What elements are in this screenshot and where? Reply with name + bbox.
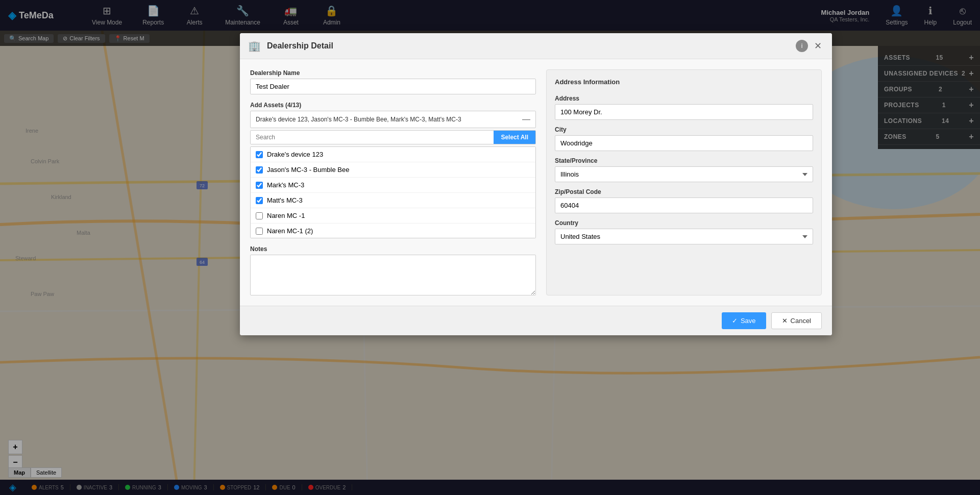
asset-label-naren2: Naren MC-1 (2)	[267, 227, 313, 235]
save-button[interactable]: ✓ Save	[722, 312, 766, 329]
notes-group: Notes	[250, 245, 536, 295]
asset-checkbox-drakes[interactable]	[256, 151, 263, 158]
asset-item-jasons[interactable]: Jason's MC-3 - Bumble Bee	[251, 162, 535, 178]
modal-header: 🏢 Dealership Detail i ✕	[240, 33, 832, 59]
city-label: City	[555, 126, 813, 133]
dealership-name-input[interactable]	[250, 79, 536, 94]
address-group: Address	[555, 95, 813, 120]
add-assets-group: Add Assets (4/13) Drake's device 123, Ja…	[250, 102, 536, 238]
asset-checkbox-matts[interactable]	[256, 197, 263, 204]
asset-item-matts[interactable]: Matt's MC-3	[251, 193, 535, 208]
asset-item-naren1[interactable]: Naren MC -1	[251, 208, 535, 224]
cancel-x-icon: ✕	[782, 317, 788, 325]
modal-body: Dealership Name Add Assets (4/13) Drake'…	[240, 59, 832, 306]
modal-right-column: Address Information Address City State/P…	[546, 69, 822, 295]
zip-group: Zip/Postal Code	[555, 188, 813, 213]
city-group: City	[555, 126, 813, 151]
save-label: Save	[741, 317, 756, 325]
asset-selected-text: Drake's device 123, Jason's MC-3 - Bumbl…	[256, 116, 522, 123]
country-group: Country United States Canada Mexico	[555, 219, 813, 244]
modal-header-icon: 🏢	[248, 40, 261, 52]
dealership-detail-modal: 🏢 Dealership Detail i ✕ Dealership Name …	[92, 28, 980, 495]
asset-checkbox-jasons[interactable]	[256, 166, 263, 174]
asset-item-naren2[interactable]: Naren MC-1 (2)	[251, 224, 535, 238]
address-input[interactable]	[555, 104, 813, 120]
dealership-name-group: Dealership Name	[250, 69, 536, 94]
asset-item-drakes[interactable]: Drake's device 123	[251, 147, 535, 162]
asset-label-marks: Mark's MC-3	[267, 181, 304, 189]
cancel-label: Cancel	[791, 317, 811, 325]
cancel-button[interactable]: ✕ Cancel	[771, 312, 822, 329]
notes-textarea[interactable]	[250, 255, 536, 295]
address-fields: Address City State/Province Illinois Wis…	[555, 95, 813, 244]
asset-label-drakes: Drake's device 123	[267, 151, 323, 158]
asset-checkbox-naren1[interactable]	[256, 212, 263, 219]
modal-title: Dealership Detail	[267, 41, 790, 51]
asset-selected-bar: Drake's device 123, Jason's MC-3 - Bumbl…	[250, 111, 536, 128]
city-input[interactable]	[555, 135, 813, 151]
country-label: Country	[555, 219, 813, 227]
asset-label-matts: Matt's MC-3	[267, 196, 303, 204]
address-label: Address	[555, 95, 813, 102]
asset-checkbox-marks[interactable]	[256, 182, 263, 189]
asset-item-marks[interactable]: Mark's MC-3	[251, 178, 535, 193]
save-checkmark-icon: ✓	[732, 317, 738, 325]
modal-footer: ✓ Save ✕ Cancel	[240, 306, 832, 335]
notes-label: Notes	[250, 245, 536, 253]
country-select[interactable]: United States Canada Mexico	[555, 229, 813, 244]
asset-checkbox-naren2[interactable]	[256, 228, 263, 235]
asset-search-row: Select All	[250, 130, 536, 144]
state-label: State/Province	[555, 157, 813, 164]
select-all-button[interactable]: Select All	[494, 131, 535, 144]
asset-search-input[interactable]	[251, 131, 494, 144]
modal-close-button[interactable]: ✕	[812, 39, 824, 53]
zip-input[interactable]	[555, 197, 813, 213]
asset-collapse-icon[interactable]: —	[522, 115, 530, 124]
modal-container: 🏢 Dealership Detail i ✕ Dealership Name …	[240, 33, 832, 335]
asset-label-jasons: Jason's MC-3 - Bumble Bee	[267, 166, 349, 174]
modal-info-button[interactable]: i	[796, 40, 808, 52]
address-section-title: Address Information	[555, 78, 813, 89]
state-group: State/Province Illinois Wisconsin Indian…	[555, 157, 813, 182]
dealership-name-label: Dealership Name	[250, 69, 536, 77]
add-assets-label: Add Assets (4/13)	[250, 102, 536, 109]
zip-label: Zip/Postal Code	[555, 188, 813, 195]
modal-header-actions: i ✕	[796, 39, 824, 53]
asset-list: Drake's device 123 Jason's MC-3 - Bumble…	[250, 146, 536, 238]
modal-left-column: Dealership Name Add Assets (4/13) Drake'…	[250, 69, 536, 295]
state-select[interactable]: Illinois Wisconsin Indiana Michigan	[555, 166, 813, 182]
asset-label-naren1: Naren MC -1	[267, 212, 305, 219]
